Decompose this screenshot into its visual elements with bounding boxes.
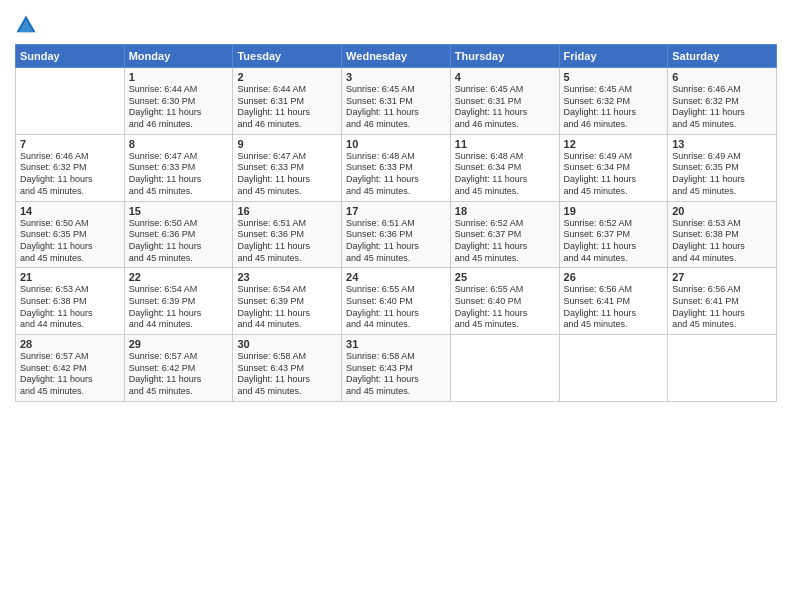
day-number: 14 [20, 205, 120, 217]
day-number: 10 [346, 138, 446, 150]
day-number: 28 [20, 338, 120, 350]
day-number: 29 [129, 338, 229, 350]
day-cell: 8Sunrise: 6:47 AM Sunset: 6:33 PM Daylig… [124, 134, 233, 201]
day-info: Sunrise: 6:57 AM Sunset: 6:42 PM Dayligh… [20, 351, 120, 398]
day-number: 7 [20, 138, 120, 150]
day-info: Sunrise: 6:58 AM Sunset: 6:43 PM Dayligh… [346, 351, 446, 398]
day-number: 27 [672, 271, 772, 283]
day-info: Sunrise: 6:50 AM Sunset: 6:35 PM Dayligh… [20, 218, 120, 265]
day-info: Sunrise: 6:48 AM Sunset: 6:33 PM Dayligh… [346, 151, 446, 198]
day-cell: 31Sunrise: 6:58 AM Sunset: 6:43 PM Dayli… [342, 335, 451, 402]
day-cell: 21Sunrise: 6:53 AM Sunset: 6:38 PM Dayli… [16, 268, 125, 335]
day-number: 31 [346, 338, 446, 350]
weekday-header-wednesday: Wednesday [342, 45, 451, 68]
week-row-2: 7Sunrise: 6:46 AM Sunset: 6:32 PM Daylig… [16, 134, 777, 201]
day-info: Sunrise: 6:53 AM Sunset: 6:38 PM Dayligh… [20, 284, 120, 331]
weekday-header-sunday: Sunday [16, 45, 125, 68]
day-cell: 10Sunrise: 6:48 AM Sunset: 6:33 PM Dayli… [342, 134, 451, 201]
day-info: Sunrise: 6:44 AM Sunset: 6:30 PM Dayligh… [129, 84, 229, 131]
day-cell: 23Sunrise: 6:54 AM Sunset: 6:39 PM Dayli… [233, 268, 342, 335]
day-number: 30 [237, 338, 337, 350]
day-info: Sunrise: 6:52 AM Sunset: 6:37 PM Dayligh… [455, 218, 555, 265]
week-row-1: 1Sunrise: 6:44 AM Sunset: 6:30 PM Daylig… [16, 68, 777, 135]
day-info: Sunrise: 6:47 AM Sunset: 6:33 PM Dayligh… [129, 151, 229, 198]
week-row-4: 21Sunrise: 6:53 AM Sunset: 6:38 PM Dayli… [16, 268, 777, 335]
day-info: Sunrise: 6:45 AM Sunset: 6:31 PM Dayligh… [455, 84, 555, 131]
calendar-table: SundayMondayTuesdayWednesdayThursdayFrid… [15, 44, 777, 402]
header-row [15, 10, 777, 36]
day-cell: 15Sunrise: 6:50 AM Sunset: 6:36 PM Dayli… [124, 201, 233, 268]
day-info: Sunrise: 6:57 AM Sunset: 6:42 PM Dayligh… [129, 351, 229, 398]
day-cell: 26Sunrise: 6:56 AM Sunset: 6:41 PM Dayli… [559, 268, 668, 335]
day-info: Sunrise: 6:54 AM Sunset: 6:39 PM Dayligh… [129, 284, 229, 331]
day-number: 5 [564, 71, 664, 83]
day-cell: 16Sunrise: 6:51 AM Sunset: 6:36 PM Dayli… [233, 201, 342, 268]
day-number: 24 [346, 271, 446, 283]
day-cell: 28Sunrise: 6:57 AM Sunset: 6:42 PM Dayli… [16, 335, 125, 402]
day-info: Sunrise: 6:45 AM Sunset: 6:32 PM Dayligh… [564, 84, 664, 131]
day-info: Sunrise: 6:55 AM Sunset: 6:40 PM Dayligh… [346, 284, 446, 331]
day-cell: 14Sunrise: 6:50 AM Sunset: 6:35 PM Dayli… [16, 201, 125, 268]
logo [15, 14, 41, 36]
day-info: Sunrise: 6:44 AM Sunset: 6:31 PM Dayligh… [237, 84, 337, 131]
day-info: Sunrise: 6:45 AM Sunset: 6:31 PM Dayligh… [346, 84, 446, 131]
calendar-container: SundayMondayTuesdayWednesdayThursdayFrid… [0, 0, 792, 412]
day-info: Sunrise: 6:53 AM Sunset: 6:38 PM Dayligh… [672, 218, 772, 265]
day-cell: 18Sunrise: 6:52 AM Sunset: 6:37 PM Dayli… [450, 201, 559, 268]
day-cell: 27Sunrise: 6:56 AM Sunset: 6:41 PM Dayli… [668, 268, 777, 335]
day-info: Sunrise: 6:54 AM Sunset: 6:39 PM Dayligh… [237, 284, 337, 331]
day-info: Sunrise: 6:49 AM Sunset: 6:34 PM Dayligh… [564, 151, 664, 198]
day-cell: 5Sunrise: 6:45 AM Sunset: 6:32 PM Daylig… [559, 68, 668, 135]
day-info: Sunrise: 6:51 AM Sunset: 6:36 PM Dayligh… [346, 218, 446, 265]
day-info: Sunrise: 6:46 AM Sunset: 6:32 PM Dayligh… [672, 84, 772, 131]
day-cell: 6Sunrise: 6:46 AM Sunset: 6:32 PM Daylig… [668, 68, 777, 135]
day-number: 16 [237, 205, 337, 217]
weekday-header-tuesday: Tuesday [233, 45, 342, 68]
day-number: 3 [346, 71, 446, 83]
day-number: 20 [672, 205, 772, 217]
day-cell: 7Sunrise: 6:46 AM Sunset: 6:32 PM Daylig… [16, 134, 125, 201]
day-cell: 22Sunrise: 6:54 AM Sunset: 6:39 PM Dayli… [124, 268, 233, 335]
day-number: 9 [237, 138, 337, 150]
day-info: Sunrise: 6:52 AM Sunset: 6:37 PM Dayligh… [564, 218, 664, 265]
day-info: Sunrise: 6:55 AM Sunset: 6:40 PM Dayligh… [455, 284, 555, 331]
day-number: 12 [564, 138, 664, 150]
day-number: 17 [346, 205, 446, 217]
weekday-header-friday: Friday [559, 45, 668, 68]
day-info: Sunrise: 6:58 AM Sunset: 6:43 PM Dayligh… [237, 351, 337, 398]
week-row-5: 28Sunrise: 6:57 AM Sunset: 6:42 PM Dayli… [16, 335, 777, 402]
day-cell: 2Sunrise: 6:44 AM Sunset: 6:31 PM Daylig… [233, 68, 342, 135]
weekday-header-thursday: Thursday [450, 45, 559, 68]
day-number: 13 [672, 138, 772, 150]
day-info: Sunrise: 6:48 AM Sunset: 6:34 PM Dayligh… [455, 151, 555, 198]
day-info: Sunrise: 6:47 AM Sunset: 6:33 PM Dayligh… [237, 151, 337, 198]
day-cell: 20Sunrise: 6:53 AM Sunset: 6:38 PM Dayli… [668, 201, 777, 268]
day-info: Sunrise: 6:56 AM Sunset: 6:41 PM Dayligh… [564, 284, 664, 331]
day-number: 18 [455, 205, 555, 217]
day-cell: 29Sunrise: 6:57 AM Sunset: 6:42 PM Dayli… [124, 335, 233, 402]
day-number: 21 [20, 271, 120, 283]
day-cell: 9Sunrise: 6:47 AM Sunset: 6:33 PM Daylig… [233, 134, 342, 201]
day-cell: 17Sunrise: 6:51 AM Sunset: 6:36 PM Dayli… [342, 201, 451, 268]
day-number: 22 [129, 271, 229, 283]
day-number: 26 [564, 271, 664, 283]
day-number: 1 [129, 71, 229, 83]
day-number: 25 [455, 271, 555, 283]
day-number: 19 [564, 205, 664, 217]
day-cell: 12Sunrise: 6:49 AM Sunset: 6:34 PM Dayli… [559, 134, 668, 201]
day-info: Sunrise: 6:51 AM Sunset: 6:36 PM Dayligh… [237, 218, 337, 265]
day-info: Sunrise: 6:50 AM Sunset: 6:36 PM Dayligh… [129, 218, 229, 265]
logo-icon [15, 14, 37, 36]
day-cell: 19Sunrise: 6:52 AM Sunset: 6:37 PM Dayli… [559, 201, 668, 268]
day-cell: 1Sunrise: 6:44 AM Sunset: 6:30 PM Daylig… [124, 68, 233, 135]
day-number: 23 [237, 271, 337, 283]
day-cell: 30Sunrise: 6:58 AM Sunset: 6:43 PM Dayli… [233, 335, 342, 402]
day-cell: 4Sunrise: 6:45 AM Sunset: 6:31 PM Daylig… [450, 68, 559, 135]
day-number: 2 [237, 71, 337, 83]
day-number: 15 [129, 205, 229, 217]
day-cell [559, 335, 668, 402]
day-info: Sunrise: 6:46 AM Sunset: 6:32 PM Dayligh… [20, 151, 120, 198]
day-cell: 3Sunrise: 6:45 AM Sunset: 6:31 PM Daylig… [342, 68, 451, 135]
day-number: 4 [455, 71, 555, 83]
day-info: Sunrise: 6:49 AM Sunset: 6:35 PM Dayligh… [672, 151, 772, 198]
